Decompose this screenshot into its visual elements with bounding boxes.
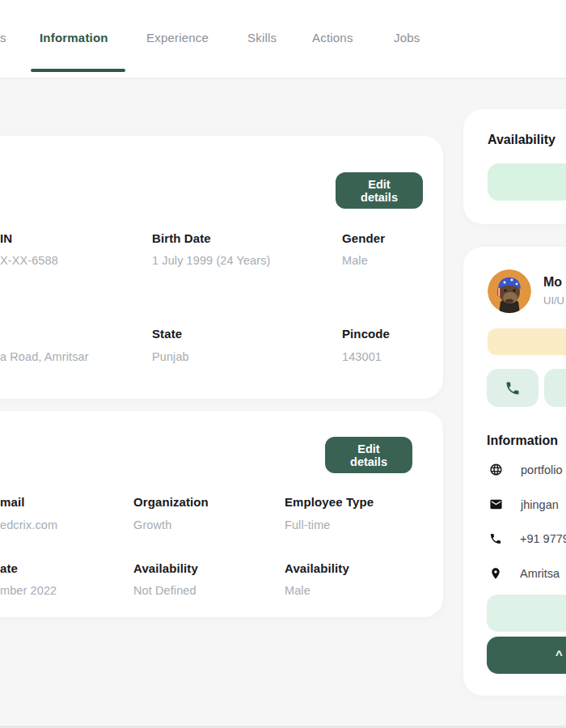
tab-jobs[interactable]: Jobs (394, 31, 420, 44)
field-label: Birth Date (152, 231, 211, 245)
field-value: edcrix.com (0, 518, 57, 531)
information-section-title: Information (487, 434, 558, 448)
field-value: Full-time (285, 518, 331, 531)
field-label: ate (0, 561, 18, 575)
field-value: Punjab (152, 350, 189, 363)
field-availability-2: Availability (285, 561, 349, 575)
employee-profile-page: s Information Experience Skills Actions … (0, 0, 566, 728)
avatar (488, 269, 531, 313)
field-organization: Organization (133, 495, 209, 509)
collapse-button[interactable] (487, 637, 566, 674)
tab-fragment-left[interactable]: s (0, 31, 6, 44)
field-email: mail (0, 495, 24, 509)
ape-avatar-image (488, 269, 531, 313)
info-row-location: Amritsa (489, 567, 560, 580)
edit-personal-details-button[interactable]: Edit details (336, 172, 423, 209)
info-row-website: portfolio (489, 463, 563, 476)
email-button[interactable] (544, 369, 566, 407)
field-value: mber 2022 (0, 584, 57, 597)
field-label: Availability (285, 561, 349, 575)
field-pincode-value: 143001 (342, 350, 382, 363)
field-joining-date: ate (0, 561, 18, 575)
tab-information[interactable]: Information (40, 31, 108, 44)
status-badge (488, 328, 566, 355)
email-text: jhingan (521, 498, 559, 511)
info-row-phone: +91 9779 (489, 532, 566, 545)
field-value: 143001 (342, 350, 382, 363)
location-text: Amritsa (520, 567, 560, 580)
field-availability-1: Availability (133, 561, 198, 575)
field-birth-date: Birth Date (152, 231, 211, 245)
field-availability-2-value: Male (285, 584, 310, 597)
info-row-email: jhingan (489, 497, 559, 511)
field-value: Male (342, 254, 368, 267)
field-joining-date-value: mber 2022 (0, 584, 57, 597)
phone-text: +91 9779 (520, 532, 566, 545)
field-value: Male (285, 584, 310, 597)
field-gender: Gender (342, 231, 385, 245)
mail-icon (489, 497, 503, 511)
field-gender-value: Male (342, 254, 368, 267)
field-address-value: a Road, Amritsar (0, 350, 89, 363)
availability-selector[interactable] (488, 163, 566, 201)
globe-icon (489, 463, 503, 476)
profile-role: UI/U (543, 294, 564, 307)
field-value: Not Defined (133, 584, 196, 597)
field-value: 1 July 1999 (24 Years) (152, 254, 271, 267)
chevron-up-icon: ^ (555, 648, 566, 661)
field-state-value: Punjab (152, 350, 189, 363)
field-ssn: IN (0, 231, 12, 245)
portfolio-link: portfolio (521, 463, 563, 476)
call-button[interactable] (487, 369, 539, 407)
field-value: a Road, Amritsar (0, 350, 89, 363)
phone-icon (489, 532, 502, 545)
tab-actions[interactable]: Actions (312, 31, 353, 44)
field-state: State (152, 327, 182, 341)
field-availability-1-value: Not Defined (133, 584, 196, 597)
field-label: IN (0, 231, 12, 245)
field-birth-date-value: 1 July 1999 (24 Years) (152, 254, 271, 267)
edit-employment-details-button[interactable]: Edit details (325, 437, 412, 473)
field-label: Gender (342, 231, 385, 245)
field-employee-type: Employee Type (285, 495, 374, 509)
field-label: State (152, 327, 182, 341)
tab-bar: s Information Experience Skills Actions … (0, 0, 566, 78)
field-label: Pincode (342, 327, 390, 341)
field-ssn-value: X-XX-6588 (0, 254, 58, 267)
field-value: Growth (133, 518, 171, 531)
tab-skills[interactable]: Skills (247, 31, 277, 44)
tab-experience[interactable]: Experience (146, 31, 209, 44)
field-value: X-XX-6588 (0, 254, 58, 267)
field-label: Organization (133, 495, 209, 509)
profile-name: Mo (543, 275, 562, 290)
field-email-value: edcrix.com (0, 518, 57, 531)
field-pincode: Pincode (342, 327, 390, 341)
availability-title: Availability (488, 133, 555, 147)
field-label: Employee Type (285, 495, 374, 509)
sidebar-selector[interactable] (487, 595, 566, 632)
field-label: mail (0, 495, 24, 509)
field-employee-type-value: Full-time (285, 518, 331, 531)
active-tab-underline (31, 69, 125, 72)
location-icon (489, 567, 502, 580)
field-label: Availability (133, 561, 198, 575)
field-organization-value: Growth (133, 518, 171, 531)
phone-icon (505, 380, 521, 396)
